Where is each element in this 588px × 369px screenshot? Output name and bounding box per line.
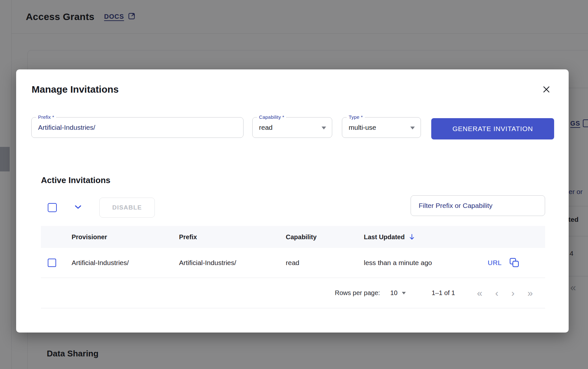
previous-page-button[interactable]: ‹	[489, 288, 505, 298]
select-all-checkbox[interactable]	[48, 203, 57, 212]
dropdown-arrow-icon	[410, 127, 415, 129]
table-row: Artificial-Industries/ Artificial-Indust…	[41, 248, 545, 278]
copy-icon	[509, 257, 519, 269]
capability-value: read	[259, 124, 273, 131]
rows-per-page-label: Rows per page:	[335, 289, 380, 297]
screen: Access Grants DOCS GS er or ted 4 «	[0, 0, 588, 369]
url-link[interactable]: URL	[488, 259, 502, 267]
filter-input[interactable]	[411, 195, 545, 216]
type-select[interactable]: Type * multi-use	[342, 117, 421, 138]
capability-label: Capability *	[257, 114, 286, 120]
first-page-button[interactable]: «	[471, 288, 489, 298]
column-header-last-updated[interactable]: Last Updated	[364, 233, 488, 241]
column-header-capability: Capability	[286, 233, 364, 241]
column-header-provisioner: Provisioner	[72, 233, 179, 241]
pagination-nav: « ‹ › »	[471, 288, 539, 298]
rows-per-page-select[interactable]: 10	[390, 289, 406, 297]
modal-title: Manage Invitations	[32, 84, 119, 95]
prefix-input[interactable]	[32, 118, 243, 138]
generate-invitation-button[interactable]: GENERATE INVITATION	[431, 118, 554, 139]
row-checkbox-cell	[41, 259, 72, 267]
column-header-prefix: Prefix	[179, 233, 286, 241]
prefix-label: Prefix *	[36, 114, 56, 120]
dropdown-arrow-icon	[402, 292, 406, 294]
pagination-range: 1–1 of 1	[432, 289, 455, 297]
table-pagination: Rows per page: 10 1–1 of 1 « ‹ › »	[41, 278, 545, 308]
invitation-form: Prefix * Capability * read Type * multi-…	[31, 117, 554, 139]
table-header-row: Provisioner Prefix Capability Last Updat…	[41, 226, 545, 248]
cell-provisioner: Artificial-Industries/	[72, 259, 179, 267]
chevron-down-icon	[73, 202, 83, 213]
invitations-table: Provisioner Prefix Capability Last Updat…	[41, 226, 545, 278]
cell-capability: read	[286, 259, 364, 267]
active-invitations-heading: Active Invitations	[41, 175, 110, 185]
cell-prefix: Artificial-Industries/	[179, 259, 286, 267]
select-menu-button[interactable]	[73, 202, 83, 213]
capability-select[interactable]: Capability * read	[252, 117, 332, 138]
cell-last-updated: less than a minute ago	[364, 259, 488, 267]
dropdown-arrow-icon	[322, 127, 326, 129]
type-value: multi-use	[349, 124, 376, 131]
row-checkbox[interactable]	[48, 259, 56, 267]
rows-per-page-value: 10	[390, 289, 397, 297]
sort-descending-icon	[408, 233, 416, 241]
last-page-button[interactable]: »	[521, 288, 539, 298]
manage-invitations-modal: Manage Invitations Prefix * Capability *…	[16, 69, 569, 333]
close-button[interactable]	[541, 84, 552, 95]
last-updated-label: Last Updated	[364, 233, 405, 241]
close-icon	[542, 85, 551, 95]
cell-actions: URL	[488, 257, 545, 269]
disable-button[interactable]: DISABLE	[99, 198, 155, 218]
prefix-field: Prefix *	[31, 117, 244, 138]
type-label: Type *	[347, 114, 365, 120]
copy-url-button[interactable]	[509, 257, 519, 269]
invitations-toolbar: DISABLE	[48, 197, 155, 218]
next-page-button[interactable]: ›	[505, 288, 521, 298]
